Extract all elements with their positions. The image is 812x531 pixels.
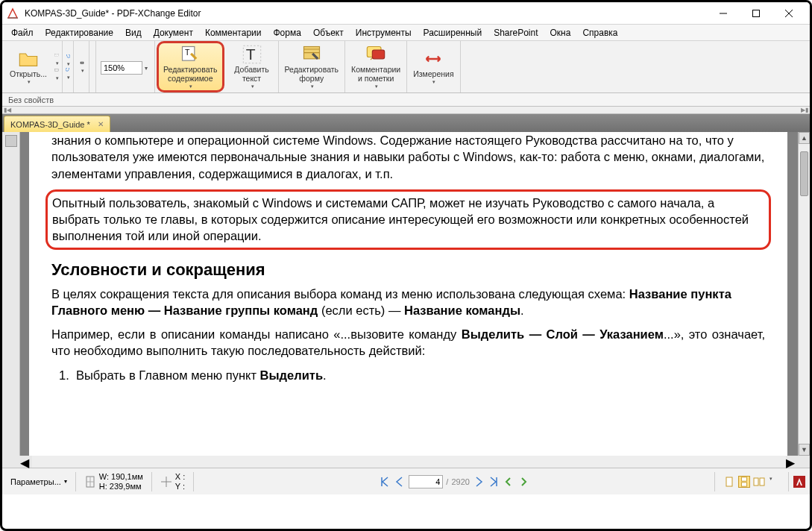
layout-more-icon[interactable] <box>768 476 780 488</box>
scrollbar-vertical[interactable]: ▲ ▼ <box>798 132 810 456</box>
next-page-icon[interactable] <box>473 476 485 488</box>
undo-icon[interactable] <box>66 54 70 67</box>
crosshair-icon <box>160 476 172 488</box>
page-navigation: /2920 <box>375 475 533 488</box>
toolbar-group-addtext: T Добавить текст <box>226 41 279 92</box>
titlebar: KOMPAS-3D_Guide* - PDF-XChange Editor <box>2 2 810 25</box>
svg-rect-35 <box>760 478 764 486</box>
sidebar-collapsed[interactable] <box>2 132 20 456</box>
scroll-down-icon[interactable]: ▼ <box>799 444 810 456</box>
toolbar-group-tools: T <box>74 41 89 92</box>
page-number-input[interactable] <box>409 475 443 488</box>
toolbar: Открыть... T 1:1 <box>2 41 810 93</box>
highlight-edit-content: T Редактировать содержимое <box>157 41 224 92</box>
sidebar-toggle-icon[interactable] <box>5 135 17 147</box>
no-properties-label: Без свойств <box>8 95 54 104</box>
minimize-button[interactable] <box>707 3 740 24</box>
window-title: KOMPAS-3D_Guide* - PDF-XChange Editor <box>25 8 707 19</box>
continuous-icon[interactable] <box>738 476 750 488</box>
edit-form-button[interactable]: Редактировать форму <box>282 43 342 91</box>
measure-button[interactable]: Измерения <box>410 43 456 91</box>
menu-view[interactable]: Вид <box>119 26 148 40</box>
close-button[interactable] <box>772 3 805 24</box>
page-content[interactable]: знания о компьютере и операционной систе… <box>29 132 787 456</box>
svg-rect-33 <box>742 482 747 486</box>
document-area: знания о компьютере и операционной систе… <box>2 132 810 456</box>
edit-form-icon <box>301 44 322 65</box>
single-page-icon[interactable] <box>723 476 735 488</box>
toolbar-group-editform: Редактировать форму <box>279 41 346 92</box>
measure-icon <box>423 48 444 69</box>
prev-page-icon[interactable] <box>394 476 406 488</box>
menu-tools[interactable]: Инструменты <box>350 26 418 40</box>
app-icon <box>7 7 19 19</box>
options-button[interactable]: Параметры...▾ <box>7 477 71 486</box>
svg-rect-9 <box>55 69 57 70</box>
menu-advanced[interactable]: Расширенный <box>418 26 488 40</box>
tab-document[interactable]: KOMPAS-3D_Guide * ✕ <box>4 116 110 132</box>
comments-icon <box>365 44 386 65</box>
scroll-right-icon[interactable]: ▶ <box>786 456 798 468</box>
paragraph-3: В целях сокращения текста для описания в… <box>51 286 765 319</box>
open-button[interactable]: Открыть... <box>5 43 51 91</box>
last-page-icon[interactable] <box>488 476 500 488</box>
email-icon[interactable] <box>54 53 59 66</box>
menu-object[interactable]: Объект <box>307 26 350 40</box>
scan-icon[interactable] <box>54 68 59 81</box>
nav-first-icon[interactable]: ▮◀ <box>4 107 11 113</box>
toolbar-group-comments: Комментарии и пометки <box>345 41 407 92</box>
menu-windows[interactable]: Окна <box>544 26 577 40</box>
nav-back-icon[interactable] <box>503 476 514 488</box>
scrollbar-horizontal[interactable]: ◀ ▶ <box>2 456 810 468</box>
comments-button[interactable]: Комментарии и пометки <box>348 43 403 91</box>
menu-comments[interactable]: Комментарии <box>199 26 268 40</box>
svg-point-13 <box>81 62 83 63</box>
cursor-x: X : <box>175 472 185 481</box>
svg-rect-32 <box>742 477 747 480</box>
scroll-h-track[interactable] <box>32 456 786 468</box>
toolbar-group-rotate <box>89 41 96 92</box>
scroll-up-icon[interactable]: ▲ <box>799 132 810 144</box>
adobe-icon[interactable] <box>793 476 805 488</box>
scroll-track[interactable] <box>799 144 810 444</box>
folder-open-icon <box>18 48 39 69</box>
document-tabs: KOMPAS-3D_Guide * ✕ <box>2 114 810 132</box>
menu-sharepoint[interactable]: SharePoint <box>488 26 544 40</box>
svg-rect-36 <box>793 476 805 488</box>
page-total: 2920 <box>451 477 469 486</box>
page-width: W: 190,1мм <box>99 472 143 481</box>
menu-file[interactable]: Файл <box>5 26 40 40</box>
toolbar-group-measure: Измерения <box>407 41 460 92</box>
close-icon[interactable]: ✕ <box>98 120 104 128</box>
scroll-left-icon[interactable]: ◀ <box>20 456 32 468</box>
svg-rect-31 <box>726 477 732 486</box>
menu-form[interactable]: Форма <box>267 26 306 40</box>
menu-document[interactable]: Документ <box>148 26 199 40</box>
highlighted-paragraph: Опытный пользователь, знакомый с Windows… <box>45 189 771 250</box>
first-page-icon[interactable] <box>379 476 391 488</box>
chevron-down-icon[interactable]: ▾ <box>145 65 148 72</box>
tab-label: KOMPAS-3D_Guide * <box>10 120 90 129</box>
toolbar-group-file: Открыть... <box>2 41 63 92</box>
zoom-input[interactable] <box>101 61 142 75</box>
svg-text:T: T <box>245 45 255 63</box>
menu-help[interactable]: Справка <box>576 26 623 40</box>
svg-text:T: T <box>185 48 190 57</box>
menu-edit[interactable]: Редактирование <box>40 26 119 40</box>
redo-icon[interactable] <box>66 67 70 81</box>
snapshot-icon[interactable] <box>80 60 84 74</box>
add-text-button[interactable]: T Добавить текст <box>229 43 275 91</box>
scroll-thumb[interactable] <box>800 151 808 196</box>
edit-content-button[interactable]: T Редактировать содержимое <box>160 43 221 91</box>
two-page-icon[interactable] <box>753 476 765 488</box>
cursor-y: Y : <box>175 482 185 491</box>
edit-content-icon: T <box>180 44 201 65</box>
maximize-button[interactable] <box>740 3 772 24</box>
paragraph-2: Опытный пользователь, знакомый с Windows… <box>52 195 764 245</box>
nav-last-icon[interactable]: ▶▮ <box>801 107 808 113</box>
add-text-icon: T <box>242 44 262 65</box>
svg-rect-1 <box>753 10 760 16</box>
heading-conventions: Условности и сокращения <box>51 260 765 280</box>
nav-fwd-icon[interactable] <box>517 476 529 488</box>
window-controls <box>707 3 805 24</box>
